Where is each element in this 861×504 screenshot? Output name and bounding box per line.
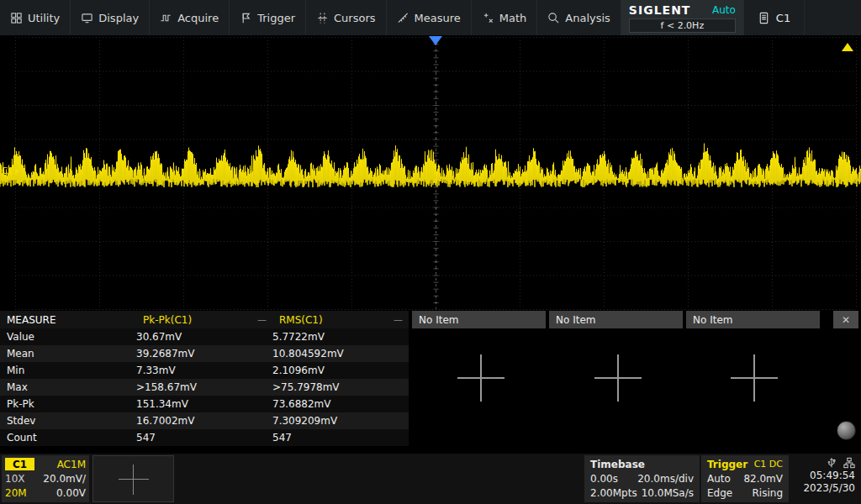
measure-value: 151.34mV: [136, 398, 272, 410]
menu-label: Display: [98, 12, 139, 24]
channel-name-chip: C1: [5, 458, 34, 470]
bottom-status-bar: C1 AC1M 10X 20.0mV/ 20M 0.00V Timebase 0…: [0, 454, 861, 504]
measure-slot-empty[interactable]: No Item: [686, 311, 820, 328]
measure-stat-label: Value: [0, 331, 136, 343]
menu-label: Trigger: [257, 12, 295, 24]
menu-item-cursors[interactable]: Cursors: [306, 0, 387, 35]
add-channel-box[interactable]: [92, 455, 174, 502]
network-icon: [843, 457, 855, 469]
topbar-spacer: [805, 0, 861, 35]
measure-column-label: RMS(C1): [279, 314, 323, 326]
trigger-mode: Auto: [707, 473, 731, 485]
usb-icon: [826, 457, 837, 469]
channel-offset-marker[interactable]: C1: [2, 165, 19, 176]
trigger-frequency-readout: f < 2.0Hz: [629, 18, 736, 33]
add-measure-button[interactable]: [731, 354, 778, 402]
status-icons: [826, 457, 855, 469]
table-row: Count 547 547: [0, 429, 409, 446]
remove-measure-icon[interactable]: —: [394, 314, 403, 325]
scope-canvas: [0, 35, 861, 311]
channel1-descriptor[interactable]: C1 AC1M 10X 20.0mV/ 20M 0.00V: [2, 455, 89, 502]
menu-label: Measure: [415, 12, 461, 24]
menu-item-display[interactable]: Display: [71, 0, 150, 35]
analysis-magnifier-icon: [547, 12, 560, 24]
cursors-icon: [316, 12, 329, 24]
measure-value: 547: [136, 432, 272, 444]
channel-coupling: AC1M: [57, 459, 86, 470]
measure-value: 10.804592mV: [272, 348, 409, 360]
acquisition-status: Auto: [712, 4, 736, 16]
measure-stat-label: Mean: [0, 348, 136, 360]
measure-value: 5.7722mV: [272, 331, 409, 343]
channel-list-button[interactable]: C1: [744, 0, 805, 35]
remove-measure-icon[interactable]: —: [257, 314, 267, 325]
measure-column-pkpk[interactable]: Pk-Pk(C1) —: [136, 311, 272, 328]
timebase-memory: 2.00Mpts: [590, 487, 637, 499]
measure-panel: MEASURE Pk-Pk(C1) — RMS(C1) — No Item No…: [0, 311, 861, 447]
measure-value: 30.67mV: [136, 331, 272, 343]
trigger-type: Edge: [707, 487, 732, 499]
trigger-position-marker[interactable]: [429, 36, 442, 45]
measure-stat-label: Min: [0, 365, 136, 376]
measure-title: MEASURE: [0, 311, 136, 328]
channel-trace-label: C1: [2, 165, 14, 176]
menu-label: Acquire: [177, 12, 219, 24]
trigger-level: 82.0mV: [743, 473, 783, 485]
menu-item-trigger[interactable]: Trigger: [230, 0, 306, 35]
trigger-panel[interactable]: Trigger C1 DC Auto 82.0mV Edge Rising: [701, 455, 789, 502]
brand-status-panel: SIGLENT Auto f < 2.0Hz: [621, 0, 744, 35]
measure-value: 7.309209mV: [272, 415, 409, 427]
measure-value: 73.6882mV: [272, 398, 409, 410]
document-icon: [758, 12, 770, 24]
measure-value: 16.7002mV: [136, 415, 272, 427]
menu-label: Math: [499, 12, 527, 24]
siglent-logo: SIGLENT: [629, 3, 691, 17]
channel-bandwidth: 20M: [5, 487, 27, 499]
menu-label: Utility: [28, 12, 60, 24]
trigger-level-marker[interactable]: [842, 43, 853, 51]
measure-stat-label: Count: [0, 432, 136, 444]
timebase-panel[interactable]: Timebase 0.00s 20.0ms/div 2.00Mpts 10.0M…: [584, 455, 700, 502]
measure-stat-label: Pk-Pk: [0, 398, 136, 410]
oscilloscope-screen: Utility Display Acquire Trigger Cursors …: [0, 0, 861, 504]
measure-stat-label: Max: [0, 381, 136, 393]
add-measure-button[interactable]: [594, 354, 642, 402]
measure-slot-empty[interactable]: No Item: [549, 311, 683, 328]
trigger-slope: Rising: [753, 487, 783, 499]
menu-item-math[interactable]: Math: [472, 0, 538, 35]
channel-probe: 10X: [5, 473, 25, 485]
table-row: Max >158.67mV >75.7978mV: [0, 379, 409, 396]
measure-table: Value 30.67mV 5.7722mV Mean 39.2687mV 10…: [0, 328, 409, 446]
system-status-area: 05:49:54 2023/5/30: [790, 455, 859, 502]
measure-column-rms[interactable]: RMS(C1) —: [272, 311, 409, 328]
close-measure-button[interactable]: ✕: [833, 311, 858, 328]
gesture-home-button[interactable]: [837, 421, 856, 440]
display-icon: [81, 12, 93, 24]
menu-item-analysis[interactable]: Analysis: [537, 0, 621, 35]
add-measure-button[interactable]: [457, 354, 504, 402]
table-row: Mean 39.2687mV 10.804592mV: [0, 345, 409, 362]
timebase-scale: 20.0ms/div: [637, 473, 694, 485]
menu-item-measure[interactable]: Measure: [387, 0, 472, 35]
menu-item-acquire[interactable]: Acquire: [150, 0, 230, 35]
menu-item-utility[interactable]: Utility: [0, 0, 71, 35]
measure-slot-empty[interactable]: No Item: [412, 311, 546, 328]
trigger-source: C1 DC: [754, 459, 783, 470]
measure-stat-label: Stdev: [0, 415, 136, 427]
measure-ruler-icon: [397, 12, 409, 24]
clock-time: 05:49:54: [810, 470, 855, 481]
measure-value: 547: [272, 432, 409, 444]
top-menu-bar: Utility Display Acquire Trigger Cursors …: [0, 0, 861, 35]
measure-column-label: Pk-Pk(C1): [143, 314, 192, 326]
table-row: Stdev 16.7002mV 7.309209mV: [0, 412, 409, 429]
channel-button-label: C1: [776, 12, 790, 24]
clock-date: 2023/5/30: [803, 482, 855, 494]
measure-header: MEASURE Pk-Pk(C1) — RMS(C1) — No Item No…: [0, 311, 861, 328]
timebase-samplerate: 10.0MSa/s: [642, 487, 694, 499]
menu-label: Analysis: [565, 12, 610, 24]
channel-offset: 0.00V: [56, 487, 86, 499]
measure-value: >158.67mV: [136, 381, 272, 393]
trigger-flag-icon: [240, 12, 252, 24]
table-row: Pk-Pk 151.34mV 73.6882mV: [0, 396, 409, 412]
waveform-display[interactable]: C1: [0, 35, 861, 311]
